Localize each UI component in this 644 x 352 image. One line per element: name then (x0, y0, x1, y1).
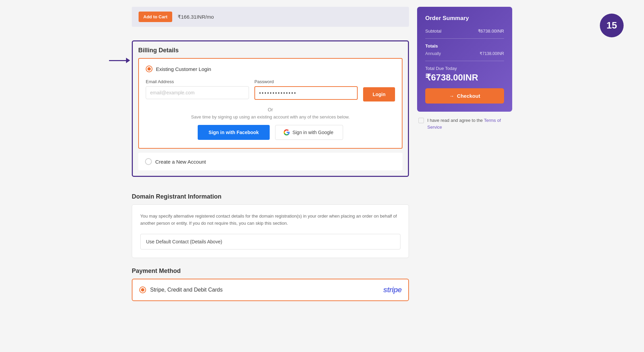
order-summary-title: Order Summary (425, 15, 504, 22)
price-text: ₹166.31INR/mo (178, 14, 214, 20)
step-badge: 15 (600, 14, 624, 37)
email-input[interactable] (146, 86, 249, 99)
email-label: Email Address (146, 79, 249, 84)
subtotal-row: Subtotal ₹6738.00INR (425, 29, 504, 34)
google-signin-button[interactable]: Sign in with Google (275, 125, 343, 140)
total-due-amount: ₹6738.00INR (425, 72, 504, 83)
stripe-radio[interactable] (139, 286, 146, 293)
arrow-indicator (109, 58, 130, 63)
payment-left: Stripe, Credit and Debit Cards (139, 286, 222, 293)
order-summary: Order Summary Subtotal ₹6738.00INR Total… (417, 7, 512, 112)
checkout-button[interactable]: → Checkout (425, 88, 504, 104)
social-buttons: Sign in with Facebook Sign in with Googl… (146, 125, 395, 140)
totals-label: Totals (425, 43, 438, 49)
create-account-radio[interactable] (145, 158, 152, 165)
password-input[interactable] (254, 86, 358, 100)
add-to-cart-button[interactable]: Add to Cart (139, 12, 172, 22)
or-divider: Or (146, 107, 395, 112)
summary-divider-2 (425, 61, 504, 61)
top-bar: Add to Cart ₹166.31INR/mo (132, 7, 409, 27)
payment-section-title: Payment Method (132, 267, 409, 275)
google-signin-label: Sign in with Google (292, 130, 334, 135)
arrow-head (126, 58, 130, 63)
checkout-label: Checkout (457, 93, 480, 99)
payment-section: Payment Method Stripe, Credit and Debit … (132, 267, 409, 301)
billing-title: Billing Details (138, 47, 402, 54)
google-icon (284, 129, 290, 135)
facebook-signin-button[interactable]: Sign in with Facebook (198, 125, 270, 140)
main-content: Add to Cart ₹166.31INR/mo Billing Detail… (132, 7, 409, 311)
arrow-line (109, 60, 126, 61)
password-group: Password (254, 79, 358, 101)
create-account-label: Create a New Account (155, 159, 206, 165)
terms-row: I have read and agree to the Terms of Se… (417, 117, 512, 130)
password-label: Password (254, 79, 358, 84)
subtotal-value: ₹6738.00INR (478, 29, 504, 34)
domain-section-title: Domain Registrant Information (132, 193, 409, 200)
billing-inner: Existing Customer Login Email Address Pa… (138, 58, 402, 149)
email-group: Email Address (146, 79, 249, 101)
login-button[interactable]: Login (363, 87, 395, 101)
social-desc: Save time by signing up using an existin… (146, 114, 395, 119)
stripe-logo: stripe (383, 285, 401, 294)
login-form-row: Email Address Password Login (146, 79, 395, 101)
step-number: 15 (606, 20, 617, 31)
domain-description: You may specify alternative registered c… (140, 213, 400, 227)
stripe-option-label: Stripe, Credit and Debit Cards (150, 287, 222, 293)
domain-section: Domain Registrant Information You may sp… (132, 193, 409, 258)
terms-text: I have read and agree to the Terms of Se… (427, 117, 511, 130)
subtotal-label: Subtotal (425, 29, 442, 34)
existing-customer-radio[interactable] (146, 66, 153, 72)
existing-customer-row[interactable]: Existing Customer Login (146, 66, 395, 72)
sidebar: Order Summary Subtotal ₹6738.00INR Total… (417, 7, 512, 311)
annually-value: ₹7138.00INR (480, 51, 504, 56)
domain-box: You may specify alternative registered c… (132, 204, 409, 258)
annually-row: Annually ₹7138.00INR (425, 51, 504, 56)
stripe-payment-option[interactable]: Stripe, Credit and Debit Cards stripe (132, 279, 409, 301)
default-contact-box: Use Default Contact (Details Above) (140, 234, 400, 249)
total-due-label: Total Due Today (425, 66, 504, 71)
billing-section: Billing Details Existing Customer Login … (132, 40, 409, 177)
create-account-row[interactable]: Create a New Account (138, 153, 402, 170)
summary-divider (425, 38, 504, 39)
checkout-arrow: → (449, 93, 454, 99)
annually-label: Annually (425, 51, 441, 56)
terms-checkbox[interactable] (418, 118, 424, 123)
totals-header-row: Totals (425, 43, 504, 49)
existing-customer-label: Existing Customer Login (156, 66, 211, 72)
